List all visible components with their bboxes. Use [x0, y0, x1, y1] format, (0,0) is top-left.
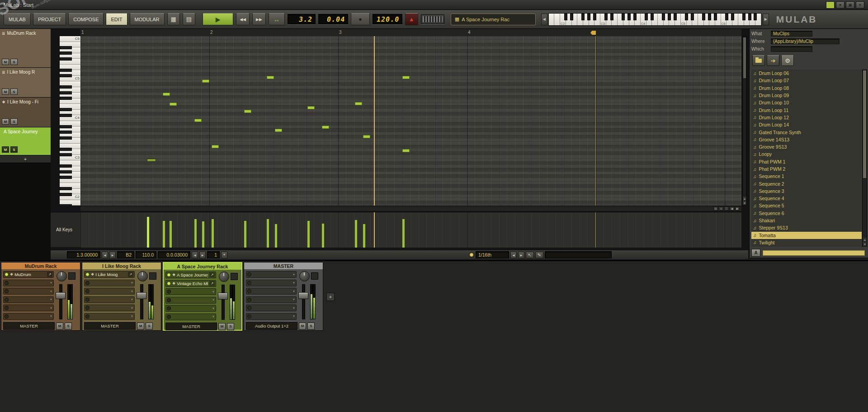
- toolbar-piano-key-black[interactable]: [725, 14, 728, 20]
- fader-handle[interactable]: [218, 293, 228, 300]
- toolbar-piano-key-black[interactable]: [645, 14, 648, 20]
- volume-knob[interactable]: [219, 272, 229, 282]
- fader-track[interactable]: [302, 284, 305, 319]
- toolbar-piano-key-black[interactable]: [662, 14, 665, 20]
- open-module-icon[interactable]: ↗: [209, 272, 215, 277]
- strip-mute-button[interactable]: M: [299, 323, 306, 330]
- zoom-target-button[interactable]: ◎: [713, 206, 718, 211]
- midi-note[interactable]: [163, 93, 170, 96]
- piano-key-black[interactable]: [60, 85, 72, 89]
- mixer-strip-name[interactable]: MuDrum Rack: [1, 262, 80, 269]
- velocity-bar[interactable]: [163, 221, 165, 248]
- velocity-bar[interactable]: [212, 219, 214, 248]
- piano-key-black[interactable]: [60, 131, 72, 134]
- output-select-button[interactable]: Audio Output 1+2: [246, 322, 297, 330]
- toolbar-piano-key-black[interactable]: [708, 14, 711, 20]
- browser-hscroll-thumb[interactable]: [763, 250, 865, 256]
- position-tick-display[interactable]: 0.04: [318, 14, 348, 24]
- empty-module-slot[interactable]: ▼: [165, 297, 216, 304]
- browser-a-button[interactable]: A: [751, 249, 760, 257]
- toolbar-piano-key-white[interactable]: [549, 14, 555, 25]
- zoom-in-button[interactable]: +: [719, 206, 723, 211]
- fader-track[interactable]: [140, 284, 143, 319]
- browser-item[interactable]: ♫Sequence 6: [751, 210, 862, 217]
- vscroll-thumb[interactable]: [743, 37, 746, 78]
- track-solo-button[interactable]: S: [10, 89, 18, 95]
- status-field-3[interactable]: 110.0: [136, 251, 156, 258]
- velocity-bar[interactable]: [307, 221, 310, 248]
- browser-item[interactable]: ♫Drum Loop 12: [751, 114, 862, 121]
- track-solo-button[interactable]: S: [10, 118, 18, 125]
- mixer-strip-4[interactable]: MASTER ▼ ▼ ▼ ▼: [244, 262, 323, 331]
- empty-module-slot[interactable]: ▼: [246, 280, 297, 286]
- velocity-bar[interactable]: [267, 219, 269, 248]
- midi-note[interactable]: [402, 149, 410, 152]
- spin-right-button[interactable]: ▶: [199, 252, 206, 258]
- track-solo-button[interactable]: S: [10, 59, 18, 65]
- toolbar-piano-key-black[interactable]: [570, 14, 573, 20]
- browser-item[interactable]: ♫Groove 14S13: [751, 136, 862, 143]
- loop-end-flag[interactable]: [590, 31, 596, 35]
- velocity-bar[interactable]: [147, 217, 149, 248]
- toolbar-piano-key-black[interactable]: [731, 14, 734, 20]
- browser-item[interactable]: ♫Shakari: [751, 217, 862, 224]
- browser-settings-button[interactable]: ⚙: [781, 55, 794, 66]
- output-select-button[interactable]: MASTER: [3, 322, 55, 330]
- volume-knob[interactable]: [137, 271, 148, 281]
- strip-mute-button[interactable]: M: [218, 323, 226, 330]
- toolbar-piano-key-black[interactable]: [714, 14, 717, 20]
- browser-item[interactable]: ♫Drum Loop 09: [751, 92, 862, 99]
- toolbar-piano-key-black[interactable]: [564, 14, 567, 20]
- browser-scroll-up-button[interactable]: ▲: [863, 238, 867, 242]
- piano-key-black[interactable]: [60, 52, 72, 55]
- track-solo-button[interactable]: S: [10, 146, 18, 153]
- midi-note[interactable]: [275, 129, 282, 132]
- empty-module-slot[interactable]: ▼: [3, 288, 54, 295]
- browser-item[interactable]: ♫Phat PWM 1: [751, 158, 862, 165]
- browser-item[interactable]: ♫Tomatta: [751, 232, 862, 239]
- spin-left-button[interactable]: ◀: [102, 252, 108, 258]
- midi-note[interactable]: [355, 102, 362, 105]
- velocity-bar[interactable]: [275, 224, 277, 248]
- empty-module-slot[interactable]: ▼: [246, 271, 297, 278]
- velocity-bar[interactable]: [322, 224, 324, 248]
- toolbar-piano-key-black[interactable]: [581, 14, 585, 20]
- grid-resolution-field[interactable]: 1/16th: [476, 251, 509, 258]
- midi-note[interactable]: [244, 110, 251, 113]
- fader-handle[interactable]: [56, 292, 66, 299]
- empty-module-slot[interactable]: ▼: [84, 304, 135, 311]
- volume-knob[interactable]: [57, 271, 67, 281]
- browser-field-where[interactable]: {AppLibrary}/MuClip: [771, 38, 840, 44]
- toolbar-piano-key-black[interactable]: [754, 14, 757, 20]
- browser-item[interactable]: ♫Sequence 3: [751, 187, 862, 195]
- fader-handle[interactable]: [137, 292, 146, 299]
- mixer-strip-3[interactable]: A Space Journey Rack ❖A Space Journey ↗ …: [163, 262, 242, 331]
- velocity-bar[interactable]: [202, 221, 204, 248]
- module-slot[interactable]: ❖A Space Journey ↗: [165, 272, 216, 278]
- piano-view-button[interactable]: ▦: [167, 13, 180, 25]
- browser-item[interactable]: ♫Drum Loop 11: [751, 106, 862, 113]
- maximize-button[interactable]: ▣: [846, 1, 854, 9]
- pencil-tool-button[interactable]: ✎: [535, 252, 543, 258]
- toolbar-piano-key-white[interactable]: [554, 14, 560, 25]
- empty-module-slot[interactable]: ▼: [165, 288, 216, 295]
- pointer-tool-button[interactable]: ↖: [526, 252, 534, 258]
- midi-note[interactable]: [363, 135, 370, 138]
- pan-control[interactable]: [149, 272, 156, 280]
- status-field-1[interactable]: 1.3.00000: [67, 251, 100, 258]
- add-mixer-channel-button[interactable]: +: [326, 293, 335, 301]
- velocity-bar[interactable]: [363, 224, 365, 248]
- browser-item[interactable]: ♫Twilight: [751, 239, 862, 246]
- note-grid[interactable]: [80, 36, 741, 206]
- piano-key-black[interactable]: [60, 204, 72, 206]
- empty-module-slot[interactable]: ▼: [165, 314, 216, 320]
- browser-item[interactable]: ♫Drum Loop 14: [751, 121, 862, 128]
- midi-note[interactable]: [194, 119, 202, 122]
- browser-field-what[interactable]: MuClips: [771, 31, 812, 37]
- empty-module-slot[interactable]: ▼: [246, 313, 297, 320]
- tempo-display[interactable]: 120.0: [373, 14, 402, 24]
- piano-key-black[interactable]: [60, 153, 72, 156]
- toolbar-piano-key-black[interactable]: [691, 14, 694, 20]
- open-module-icon[interactable]: ↗: [47, 272, 52, 277]
- track-tile-2[interactable]: ≣I Like Moog R M S: [0, 68, 51, 98]
